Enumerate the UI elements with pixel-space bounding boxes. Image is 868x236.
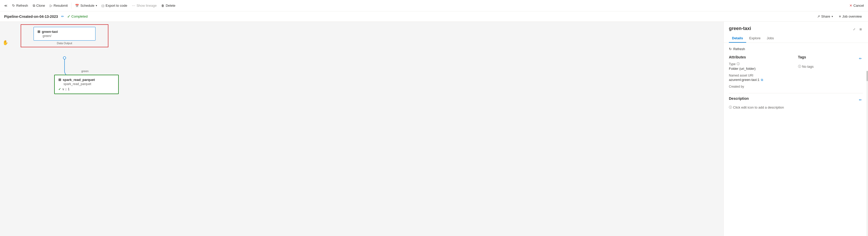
created-by-label: Created by	[729, 85, 794, 88]
spark-read-parquet-node[interactable]: spark_read_parquet spark_read_parquet v …	[54, 75, 119, 94]
green-taxi-node-name: green-taxi	[42, 30, 58, 34]
status-text: Completed	[71, 15, 88, 18]
green-taxi-node-path: green/	[37, 34, 92, 38]
connector-label: green	[81, 70, 89, 73]
scroll-thumb	[866, 71, 868, 81]
lineage-icon	[132, 4, 135, 7]
description-section: Description Click edit icon to add a des…	[729, 93, 863, 110]
job-overview-label: Job overview	[842, 15, 862, 18]
toolbar: Refresh Clone Resubmit Schedule ▾ Export…	[0, 0, 868, 11]
type-info-icon	[737, 62, 740, 66]
lineage-button[interactable]: Show lineage	[130, 2, 159, 9]
refresh-label: Refresh	[16, 4, 28, 7]
schedule-icon	[75, 4, 79, 7]
scroll-indicator[interactable]	[866, 71, 868, 236]
export-label: Export to code	[105, 4, 127, 7]
svg-point-0	[63, 57, 66, 59]
collapse-icon	[4, 4, 7, 7]
lineage-label: Show lineage	[136, 4, 157, 7]
delete-icon	[161, 4, 164, 7]
dataset-icon	[37, 30, 40, 34]
no-tags-text: No tags	[798, 64, 863, 69]
panel-header: green-taxi	[724, 22, 868, 32]
tags-header: Tags	[798, 55, 863, 62]
panel-tabs: Details Explore Jobs	[724, 32, 868, 43]
export-button[interactable]: Export to code	[100, 2, 129, 9]
resubmit-button[interactable]: Resubmit	[48, 2, 70, 9]
tags-column: Tags No tags	[798, 55, 863, 89]
schedule-label: Schedule	[80, 4, 94, 7]
named-asset-uri-value: azureml:green-taxi:1	[729, 78, 794, 82]
spark-success-icon	[58, 87, 61, 91]
description-placeholder: Click edit icon to add a description	[729, 105, 863, 110]
refresh-button[interactable]: Refresh	[10, 2, 30, 9]
expand-button[interactable]	[852, 26, 857, 32]
panel-refresh-icon	[729, 47, 732, 51]
tab-jobs[interactable]: Jobs	[764, 34, 777, 43]
no-tag-icon	[798, 64, 801, 69]
pencil-icon	[859, 56, 862, 60]
main-content: ✋ green-taxi green/ Data Output	[0, 22, 868, 236]
edit-pipeline-name-button[interactable]	[60, 14, 65, 19]
data-output-label: Data Output	[23, 42, 106, 45]
breadcrumb-bar: Pipeline-Created-on-04-13-2023 ✓ Complet…	[0, 11, 868, 22]
share-button[interactable]: Share ▾	[815, 13, 835, 20]
delete-button[interactable]: Delete	[159, 2, 178, 9]
job-icon	[839, 15, 841, 18]
spark-node-header: spark_read_parquet	[58, 78, 115, 82]
share-icon	[817, 15, 820, 18]
named-asset-uri-label: Named asset URI	[729, 74, 794, 77]
check-circle-icon: ✓	[67, 14, 70, 19]
hand-cursor-icon: ✋	[3, 40, 8, 46]
refresh-icon	[12, 4, 15, 7]
panel-refresh-button[interactable]: Refresh	[729, 46, 745, 52]
spark-node-name: spark_read_parquet	[63, 78, 95, 82]
clone-button[interactable]: Clone	[31, 2, 47, 9]
separator-1	[71, 3, 71, 9]
node-header: green-taxi	[37, 30, 92, 34]
description-title: Description	[729, 97, 749, 101]
share-chevron: ▾	[832, 15, 833, 18]
panel-title: green-taxi	[729, 26, 751, 31]
play-icon	[50, 4, 52, 7]
green-taxi-node[interactable]: green-taxi green/	[34, 27, 95, 41]
cancel-button[interactable]: Cancel	[847, 2, 866, 9]
expand-icon	[853, 27, 855, 31]
cancel-label: Cancel	[854, 4, 864, 7]
pipeline-graph: green-taxi green/ Data Output green	[21, 24, 108, 47]
collapse-button[interactable]	[2, 2, 9, 9]
spark-separator: |	[66, 88, 66, 91]
selection-box: green-taxi green/ Data Output	[21, 24, 108, 47]
desc-info-icon	[729, 105, 732, 110]
canvas-area[interactable]: ✋ green-taxi green/ Data Output	[0, 22, 723, 236]
toolbar-right: Cancel	[847, 2, 866, 9]
spark-node-sub: spark_read_parquet	[58, 82, 115, 86]
delete-label: Delete	[166, 4, 176, 7]
edit-tags-button[interactable]	[858, 55, 863, 61]
schedule-button[interactable]: Schedule ▾	[73, 2, 99, 9]
pipeline-name: Pipeline-Created-on-04-13-2023	[4, 15, 58, 19]
export-icon	[102, 4, 104, 7]
cancel-icon	[849, 4, 852, 7]
tab-explore[interactable]: Explore	[746, 34, 764, 43]
spark-dataset-icon	[58, 78, 61, 82]
description-pencil-icon	[859, 98, 862, 102]
copy-uri-button[interactable]	[761, 78, 764, 82]
grid-view-button[interactable]	[859, 26, 863, 32]
grid-icon	[860, 27, 862, 31]
type-value: Folder (uri_folder)	[729, 67, 794, 71]
panel-content: Refresh Attributes Type Folder (uri_fold…	[724, 43, 868, 236]
right-panel: green-taxi Details Explore Jobs	[723, 22, 868, 236]
clone-label: Clone	[36, 4, 45, 7]
attributes-column: Attributes Type Folder (uri_folder) Name…	[729, 55, 794, 89]
clone-icon	[33, 4, 35, 8]
edit-description-button[interactable]	[858, 97, 863, 103]
job-overview-button[interactable]: Job overview	[837, 13, 864, 20]
panel-section: Attributes Type Folder (uri_folder) Name…	[729, 55, 863, 89]
schedule-chevron: ▾	[96, 4, 97, 7]
copy-icon	[761, 78, 763, 82]
tab-details[interactable]: Details	[729, 34, 746, 43]
type-label: Type	[729, 62, 794, 66]
status-badge: ✓ Completed	[67, 14, 88, 19]
spark-node-wrapper: spark_read_parquet spark_read_parquet v …	[54, 75, 119, 94]
